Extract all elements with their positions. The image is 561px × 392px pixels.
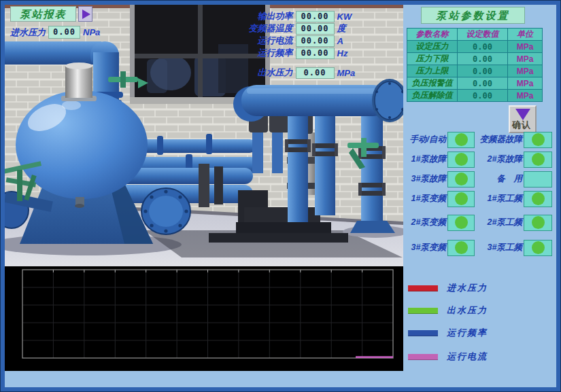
readout-value: 00.00 xyxy=(296,35,335,47)
status-indicator xyxy=(524,171,552,188)
status-indicator xyxy=(524,240,552,256)
confirm-label: 确认 xyxy=(512,119,531,131)
status-label: 1#泵工频 xyxy=(476,193,524,204)
report-button[interactable]: 泵站报表 xyxy=(10,6,76,22)
readout-unit: 度 xyxy=(337,22,396,35)
readout-run-frequency: 运行频率 00.00 Hz xyxy=(235,47,395,59)
parameter-panel: 泵站参数设置 参数名称 设定数值 单位 设定压力 0.00 MPa 压力下限 0… xyxy=(403,5,556,387)
param-value[interactable]: 0.00 xyxy=(458,90,508,102)
status-label: 3#泵故障 xyxy=(405,173,447,185)
param-unit: MPa xyxy=(508,41,543,53)
flange-disc xyxy=(141,188,190,234)
screen-frame: 泵站报表 进水压力 0.00 NPa 输出功率 00.00 KW 变频器温度 0… xyxy=(1,1,560,391)
legend-item-run-frequency: 运行频率 xyxy=(408,328,488,338)
param-unit: MPa xyxy=(508,65,543,77)
param-unit: MPa xyxy=(508,77,543,90)
status-indicator xyxy=(447,215,475,231)
param-value[interactable]: 0.00 xyxy=(458,53,508,65)
status-label: 3#泵变频 xyxy=(405,242,447,253)
readout-outlet-pressure: 出水压力 0.00 MPa xyxy=(235,67,395,79)
status-label: 2#泵工频 xyxy=(476,217,524,228)
legend-item-inlet-pressure: 进水压力 xyxy=(408,283,488,293)
status-label: 2#泵故障 xyxy=(476,154,524,165)
table-row: 负压解除值 0.00 MPa xyxy=(407,90,543,102)
status-row: 手动/自动 变频器故障 xyxy=(405,131,555,148)
readout-label: 运行电流 xyxy=(235,35,293,47)
param-name: 负压报警值 xyxy=(407,77,458,90)
indicator-dot xyxy=(532,133,545,146)
status-row: 1#泵故障 2#泵故障 xyxy=(405,151,555,168)
status-indicator xyxy=(524,215,552,231)
col-header-unit: 单位 xyxy=(508,29,543,41)
legend-swatch xyxy=(408,285,438,291)
legend-label: 运行频率 xyxy=(447,327,488,339)
readout-output-power: 输出功率 00.00 KW xyxy=(235,10,395,22)
readout-unit: A xyxy=(337,36,396,46)
status-indicator xyxy=(524,132,552,148)
readout-label: 变频器温度 xyxy=(235,22,293,35)
status-indicator xyxy=(524,152,552,168)
hmi-screen: 泵站报表 进水压力 0.00 NPa 输出功率 00.00 KW 变频器温度 0… xyxy=(0,0,561,392)
confirm-button[interactable]: 确认 xyxy=(509,105,537,133)
play-icon xyxy=(82,10,90,19)
inlet-pressure-unit: NPa xyxy=(83,27,100,37)
param-name: 设定压力 xyxy=(407,41,458,53)
legend-swatch xyxy=(408,354,438,360)
readout-label: 出水压力 xyxy=(235,67,293,79)
legend-item-outlet-pressure: 出水压力 xyxy=(408,306,488,315)
status-row: 3#泵变频 3#泵工频 xyxy=(405,239,555,256)
trend-chart-plot xyxy=(5,266,403,371)
table-row: 压力下限 0.00 MPa xyxy=(407,53,543,65)
readout-run-current: 运行电流 00.00 A xyxy=(235,35,395,47)
inlet-pressure-value: 0.00 xyxy=(48,26,80,39)
indicator-dot xyxy=(455,192,468,205)
status-indicator xyxy=(447,171,475,188)
legend-item-run-current: 运行电流 xyxy=(408,352,488,361)
readout-value: 00.00 xyxy=(296,48,335,59)
status-indicator xyxy=(447,152,475,168)
status-row: 1#泵变频 1#泵工频 xyxy=(405,190,555,207)
status-indicator xyxy=(524,191,552,207)
indicator-dot xyxy=(455,241,468,254)
readout-value: 0.00 xyxy=(296,67,335,79)
param-name: 压力上限 xyxy=(407,65,458,77)
param-value[interactable]: 0.00 xyxy=(458,77,508,90)
legend-label: 出水压力 xyxy=(447,304,488,317)
indicator-dot xyxy=(532,241,545,254)
param-value[interactable]: 0.00 xyxy=(458,41,508,53)
status-row: 2#泵变频 2#泵工频 xyxy=(405,214,555,231)
inlet-pressure-label: 进水压力 xyxy=(10,26,46,39)
indicator-dot xyxy=(532,216,545,229)
inlet-pressure-readout: 进水压力 0.00 NPa xyxy=(10,26,100,39)
parameter-table: 参数名称 设定数值 单位 设定压力 0.00 MPa 压力下限 0.00 MPa… xyxy=(407,28,543,102)
param-name: 负压解除值 xyxy=(407,90,458,102)
chart-grid xyxy=(22,270,393,358)
report-nav-button[interactable] xyxy=(78,6,92,22)
readout-label: 运行频率 xyxy=(235,47,293,59)
col-header-name: 参数名称 xyxy=(407,29,458,41)
table-row: 压力上限 0.00 MPa xyxy=(407,65,543,77)
status-label: 1#泵故障 xyxy=(405,154,447,165)
status-label: 备 用 xyxy=(476,173,524,185)
status-label: 1#泵变频 xyxy=(405,193,447,204)
table-row: 设定压力 0.00 MPa xyxy=(407,41,543,53)
indicator-dot xyxy=(455,153,468,166)
indicator-dot xyxy=(532,153,545,166)
panel-title: 泵站参数设置 xyxy=(421,7,525,24)
param-name: 压力下限 xyxy=(407,53,458,65)
indicator-dot xyxy=(455,173,468,185)
legend-label: 进水压力 xyxy=(447,282,488,294)
col-header-value: 设定数值 xyxy=(458,29,508,41)
param-value[interactable]: 0.00 xyxy=(458,65,508,77)
legend-label: 运行电流 xyxy=(447,351,488,363)
status-label: 手动/自动 xyxy=(405,134,447,145)
readout-unit: KW xyxy=(337,12,396,22)
indicator-dot xyxy=(532,192,545,205)
readout-unit: Hz xyxy=(337,48,396,58)
table-row: 负压报警值 0.00 MPa xyxy=(407,77,543,90)
legend-swatch xyxy=(408,308,438,314)
readout-value: 00.00 xyxy=(296,11,335,22)
status-indicator xyxy=(447,240,475,256)
status-indicator xyxy=(447,191,475,207)
readout-value: 00.00 xyxy=(296,23,335,35)
